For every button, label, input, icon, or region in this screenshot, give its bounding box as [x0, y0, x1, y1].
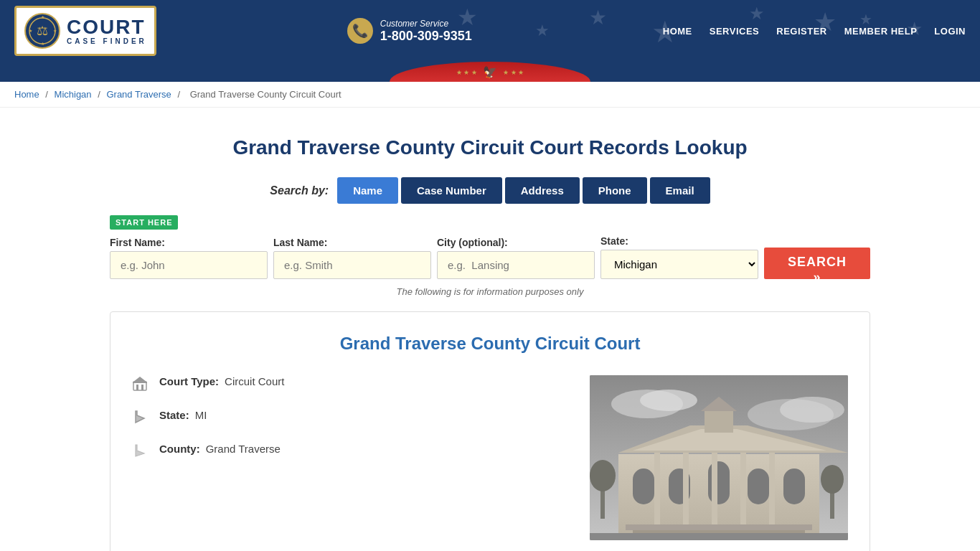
svg-rect-21	[708, 461, 730, 504]
court-type-value: Circuit Court	[225, 375, 284, 387]
svg-point-37	[590, 460, 616, 491]
state-item: State: MI	[132, 409, 575, 427]
svg-text:⚖: ⚖	[37, 24, 48, 38]
svg-point-17	[780, 397, 844, 423]
phone-label: Customer Service	[380, 19, 472, 29]
county-icon	[132, 443, 149, 461]
search-form-row: First Name: Last Name: City (optional): …	[110, 235, 870, 279]
court-type-label: Court Type:	[159, 375, 219, 387]
court-type-content: Court Type: Circuit Court	[159, 375, 284, 387]
main-nav: HOME SERVICES REGISTER MEMBER HELP LOGIN	[663, 26, 966, 37]
county-content: County: Grand Traverse	[159, 443, 281, 455]
state-detail-value: MI	[195, 409, 207, 421]
court-details-row: Court Type: Circuit Court State: MI	[132, 375, 848, 540]
svg-point-15	[640, 390, 697, 411]
last-name-group: Last Name:	[273, 237, 431, 279]
tab-case-number[interactable]: Case Number	[401, 177, 502, 204]
nav-member-help[interactable]: MEMBER HELP	[844, 26, 918, 37]
logo-court-label: COURT	[67, 17, 147, 37]
search-section: Search by: Name Case Number Address Phon…	[110, 177, 870, 297]
nav-home[interactable]: HOME	[663, 26, 692, 37]
county-item: County: Grand Traverse	[132, 443, 575, 461]
courthouse-svg	[590, 375, 848, 540]
last-name-label: Last Name:	[273, 237, 431, 248]
phone-icon: 📞	[347, 18, 373, 44]
svg-rect-10	[133, 382, 147, 383]
court-details-left: Court Type: Circuit Court State: MI	[132, 375, 575, 540]
logo-casefinder-label: CASE FINDER	[67, 37, 147, 45]
svg-text:★: ★	[29, 29, 32, 33]
logo-emblem-icon: ★ ★ ★ ★ ⚖	[24, 12, 61, 50]
svg-rect-24	[654, 453, 660, 524]
breadcrumb-sep2: /	[98, 89, 103, 100]
svg-text:★: ★	[53, 29, 57, 33]
header-inner: ★ ★ ★ ★ ⚖ COURT CASE FINDER 📞 Customer S…	[0, 0, 980, 62]
phone-info: Customer Service 1-800-309-9351	[380, 19, 472, 44]
logo-box: ★ ★ ★ ★ ⚖ COURT CASE FINDER	[14, 6, 156, 56]
city-group: City (optional):	[437, 237, 595, 279]
state-icon	[132, 410, 149, 427]
svg-rect-31	[705, 411, 733, 433]
svg-rect-35	[590, 533, 848, 540]
last-name-input[interactable]	[273, 251, 431, 279]
svg-rect-23	[783, 468, 805, 504]
breadcrumb-michigan[interactable]: Michigan	[55, 89, 92, 100]
court-info-section: Grand Traverse County Circuit Court	[110, 311, 870, 551]
breadcrumb-sep3: /	[177, 89, 182, 100]
form-area: START HERE First Name: Last Name: City (…	[110, 215, 870, 279]
svg-rect-33	[626, 524, 812, 530]
state-content: State: MI	[159, 409, 207, 421]
svg-point-39	[821, 465, 844, 494]
phone-area: 📞 Customer Service 1-800-309-9351	[347, 18, 472, 44]
breadcrumb: Home / Michigan / Grand Traverse / Grand…	[0, 82, 980, 108]
nav-services[interactable]: SERVICES	[710, 26, 760, 37]
city-input[interactable]	[437, 251, 595, 279]
svg-rect-26	[712, 453, 717, 524]
state-select[interactable]: AlabamaAlaskaArizonaArkansasCaliforniaCo…	[600, 250, 758, 279]
svg-text:★: ★	[41, 15, 44, 19]
state-group: State: AlabamaAlaskaArizonaArkansasCalif…	[600, 235, 758, 279]
logo-area: ★ ★ ★ ★ ⚖ COURT CASE FINDER	[14, 6, 156, 56]
breadcrumb-sep1: /	[45, 89, 50, 100]
breadcrumb-grand-traverse[interactable]: Grand Traverse	[106, 89, 171, 100]
county-value: Grand Traverse	[206, 443, 281, 455]
breadcrumb-current: Grand Traverse County Circuit Court	[190, 89, 341, 100]
breadcrumb-home[interactable]: Home	[14, 89, 39, 100]
tab-email[interactable]: Email	[650, 177, 710, 204]
courthouse-image	[590, 375, 848, 540]
svg-rect-27	[740, 453, 746, 524]
svg-rect-8	[136, 385, 138, 390]
page-title: Grand Traverse County Circuit Court Reco…	[110, 136, 870, 159]
court-type-item: Court Type: Circuit Court	[132, 375, 575, 393]
svg-rect-22	[748, 468, 769, 504]
main-content: Grand Traverse County Circuit Court Reco…	[95, 108, 885, 551]
svg-rect-19	[633, 468, 654, 504]
svg-text:★: ★	[41, 42, 44, 46]
county-label: County:	[159, 443, 200, 455]
nav-login[interactable]: LOGIN	[934, 26, 966, 37]
nav-register[interactable]: REGISTER	[776, 26, 826, 37]
tab-address[interactable]: Address	[505, 177, 580, 204]
search-by-row: Search by: Name Case Number Address Phon…	[110, 177, 870, 204]
first-name-group: First Name:	[110, 237, 268, 279]
state-detail-label: State:	[159, 409, 189, 421]
tab-phone[interactable]: Phone	[583, 177, 647, 204]
svg-marker-11	[133, 377, 146, 382]
court-type-icon	[132, 376, 149, 393]
svg-rect-9	[141, 385, 143, 390]
court-info-title: Grand Traverse County Circuit Court	[132, 334, 848, 354]
info-note: The following is for information purpose…	[110, 286, 870, 297]
start-here-badge: START HERE	[110, 215, 178, 230]
city-label: City (optional):	[437, 237, 595, 248]
search-by-label: Search by:	[270, 184, 329, 197]
first-name-input[interactable]	[110, 251, 268, 279]
svg-rect-28	[769, 453, 775, 524]
search-button[interactable]: SEARCH »	[764, 248, 870, 279]
first-name-label: First Name:	[110, 237, 268, 248]
state-label: State:	[600, 235, 758, 247]
header: ★ ★ ★ ★ ★ ★ ★ ★ ★ ★ ★ ★ ⚖	[0, 0, 980, 82]
tab-name[interactable]: Name	[337, 177, 398, 204]
phone-number: 1-800-309-9351	[380, 29, 472, 44]
logo-text: COURT CASE FINDER	[67, 17, 147, 45]
svg-rect-25	[683, 453, 689, 524]
